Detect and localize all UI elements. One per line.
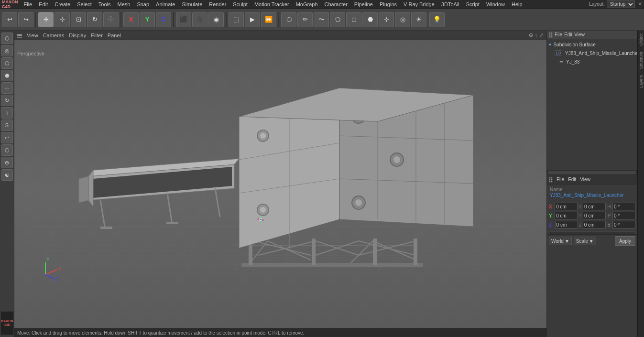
primitive-mode[interactable]: ⬠ [330, 12, 345, 27]
sidebar-btn-3[interactable]: ⬠ [1, 57, 13, 69]
light-mode[interactable]: ☀ [411, 12, 426, 27]
menu-create[interactable]: Create [52, 0, 73, 9]
divider-handle[interactable] [548, 171, 636, 174]
sidebar-btn-5[interactable]: ⊹ [1, 82, 13, 94]
render-active-button[interactable]: ▶ [245, 12, 260, 27]
null-object-button[interactable]: ⬛ [176, 12, 191, 27]
display-toggle[interactable]: 💡 [429, 12, 445, 27]
vtab-object[interactable]: Object [638, 31, 644, 49]
move-tool[interactable]: ⊹ [55, 12, 70, 27]
viewport-3d[interactable]: X Y Z Perspective Grid Spacing : 1 [14, 40, 546, 328]
sidebar-btn-9[interactable]: ↩ [1, 132, 13, 143]
render-region-button[interactable]: ⬚ [229, 12, 244, 27]
world-dropdown[interactable]: World ▼ [549, 237, 572, 245]
menu-motion-tracker[interactable]: Motion Tracker [251, 0, 292, 9]
menu-character[interactable]: Character [322, 0, 350, 9]
svg-point-48 [393, 156, 400, 163]
material-mode[interactable]: ◎ [395, 12, 410, 27]
menu-tools[interactable]: Tools [96, 0, 114, 9]
viewport-menu-cameras[interactable]: Cameras [43, 33, 65, 38]
spline-mode[interactable]: 〜 [314, 12, 329, 27]
object-item-launcher[interactable]: L0 YJ83_Anti_Ship_Missile_Launcher [547, 49, 637, 57]
coord-y-size-input[interactable] [583, 212, 606, 219]
menu-animate[interactable]: Animate [153, 0, 178, 9]
scale-dropdown[interactable]: Scale ▼ [574, 237, 596, 245]
menu-mesh[interactable]: Mesh [115, 0, 133, 9]
viewport-menu-filter[interactable]: Filter [91, 33, 102, 38]
coord-y-pos-input[interactable] [555, 212, 578, 219]
select-tool[interactable]: ✛ [38, 12, 54, 27]
menu-pipeline[interactable]: Pipeline [351, 0, 376, 9]
vtab-layer[interactable]: Layers [638, 72, 644, 91]
coord-p-input[interactable] [612, 212, 635, 219]
render-all-button[interactable]: ⏩ [261, 12, 276, 27]
edge-mode[interactable]: ✏ [297, 12, 313, 27]
sidebar-btn-8[interactable]: S [1, 120, 13, 131]
obj-header-edit[interactable]: Edit [564, 32, 572, 37]
menu-script[interactable]: Script [463, 0, 482, 9]
camera-button[interactable]: 🎥 [192, 12, 207, 27]
sidebar-btn-7[interactable]: ⌇ [1, 107, 13, 119]
menu-render[interactable]: Render [206, 0, 229, 9]
y-axis-button[interactable]: Y [140, 12, 155, 27]
sidebar-btn-1[interactable]: ⬡ [1, 33, 13, 44]
menu-edit[interactable]: Edit [36, 0, 51, 9]
menu-file[interactable]: File [21, 0, 35, 9]
viewport-ctrl-2[interactable]: ↑ [535, 33, 538, 38]
menu-help[interactable]: Help [509, 0, 525, 9]
attr-header-file[interactable]: File [557, 177, 564, 182]
sidebar-btn-10[interactable]: ⬡ [1, 144, 13, 156]
viewport-menu-panel[interactable]: Panel [108, 33, 121, 38]
layout-select[interactable]: Startup [607, 0, 635, 8]
sidebar-btn-6[interactable]: ↻ [1, 95, 13, 106]
scale-tool[interactable]: ⊡ [71, 12, 86, 27]
right-vtabs: Object Structure Layers [637, 31, 644, 337]
menu-plugins[interactable]: Plugins [377, 0, 400, 9]
redo-button[interactable]: ↪ [18, 12, 33, 27]
viewport-menu-view[interactable]: View [27, 33, 38, 38]
coord-z-size-input[interactable] [583, 221, 606, 228]
keyframe-button[interactable]: ◉ [208, 12, 224, 27]
object-item-subdivision[interactable]: ● Subdivision Surface [547, 40, 637, 49]
attr-name-value[interactable]: YJ83_Anti_Ship_Missile_Launcher [550, 193, 624, 198]
menu-sculpt[interactable]: Sculpt [230, 0, 251, 9]
coord-b-input[interactable] [612, 221, 635, 228]
menu-simulate[interactable]: Simulate [179, 0, 205, 9]
viewport-ctrl-1[interactable]: ⊕ [529, 32, 533, 38]
menu-vray-bridge[interactable]: V-Ray Bridge [401, 0, 437, 9]
viewport-menu-icon[interactable] [17, 33, 22, 38]
viewport-ctrl-3[interactable]: ⤢ [539, 32, 544, 38]
coord-x-size-input[interactable] [583, 203, 606, 210]
z-axis-button[interactable]: Z [156, 12, 171, 27]
obj-header-view[interactable]: View [574, 32, 585, 37]
menu-window[interactable]: Window [483, 0, 508, 9]
viewport-menu-display[interactable]: Display [69, 33, 86, 38]
coord-z-pos-input[interactable] [555, 221, 578, 228]
menu-mograph[interactable]: MoGraph [293, 0, 321, 9]
scene-mode[interactable]: ⊹ [379, 12, 394, 27]
vtab-structure[interactable]: Structure [638, 49, 644, 72]
sidebar-btn-4[interactable]: ⬣ [1, 70, 13, 81]
attr-header-edit[interactable]: Edit [568, 177, 576, 182]
rotate-tool[interactable]: ↻ [87, 12, 102, 27]
undo-button[interactable]: ↩ [2, 12, 17, 27]
sidebar-btn-12[interactable]: ☯ [1, 169, 13, 181]
menu-3dtoall[interactable]: 3DToAll [438, 0, 462, 9]
obj-header-file[interactable]: File [555, 32, 562, 37]
x-axis-button[interactable]: X [123, 12, 139, 27]
coord-h-input[interactable] [612, 203, 635, 210]
deformer-mode[interactable]: ⬣ [362, 12, 378, 27]
attr-header-view[interactable]: View [580, 177, 590, 182]
apply-button[interactable]: Apply [615, 236, 635, 246]
sidebar-btn-11[interactable]: ⊕ [1, 157, 13, 168]
menu-select[interactable]: Select [74, 0, 95, 9]
object-item-yj83[interactable]: ☰ YJ_83 [547, 57, 637, 66]
add-tool[interactable]: ➕ [103, 12, 119, 27]
sidebar-btn-2[interactable]: ◎ [1, 45, 13, 56]
nurbs-mode[interactable]: ◻ [346, 12, 361, 27]
coord-x-pos-input[interactable] [555, 203, 578, 210]
viewport-container[interactable]: View Cameras Display Filter Panel ⊕ ↑ ⤢ [14, 31, 546, 328]
polygon-mode[interactable]: ⬡ [281, 12, 296, 27]
close-button[interactable]: ✕ [638, 1, 642, 7]
menu-snap[interactable]: Snap [134, 0, 152, 9]
